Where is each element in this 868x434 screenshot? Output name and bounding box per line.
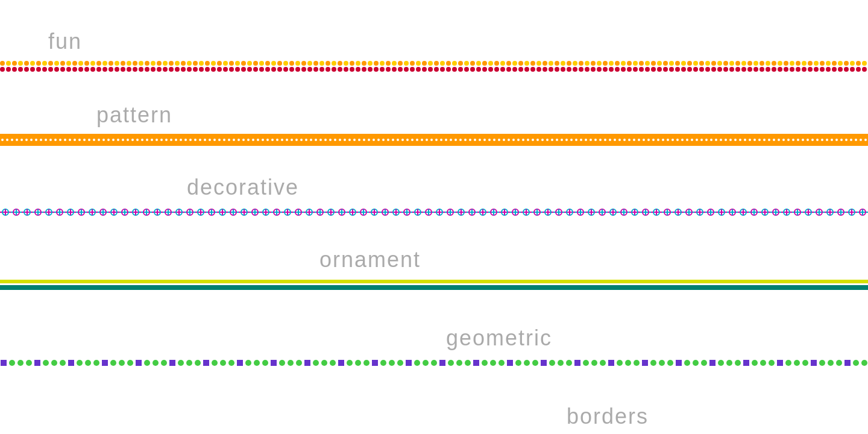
section-geometric: geometric [0,315,868,369]
label-pattern: pattern [96,92,868,134]
border-geometric [0,357,868,369]
border-decorative [0,206,868,218]
section-ornament: ornament [0,236,868,291]
label-geometric: geometric [446,315,868,357]
label-fun: fun [48,18,868,60]
label-borders: borders [567,393,868,434]
border-pattern [0,134,868,146]
border-ornament [0,278,868,291]
section-decorative: decorative [0,164,868,218]
label-decorative: decorative [187,164,868,206]
border-fun [0,60,868,74]
label-ornament: ornament [319,236,868,278]
section-borders: borders [0,393,868,434]
section-fun: fun [0,0,868,74]
section-pattern: pattern [0,92,868,146]
